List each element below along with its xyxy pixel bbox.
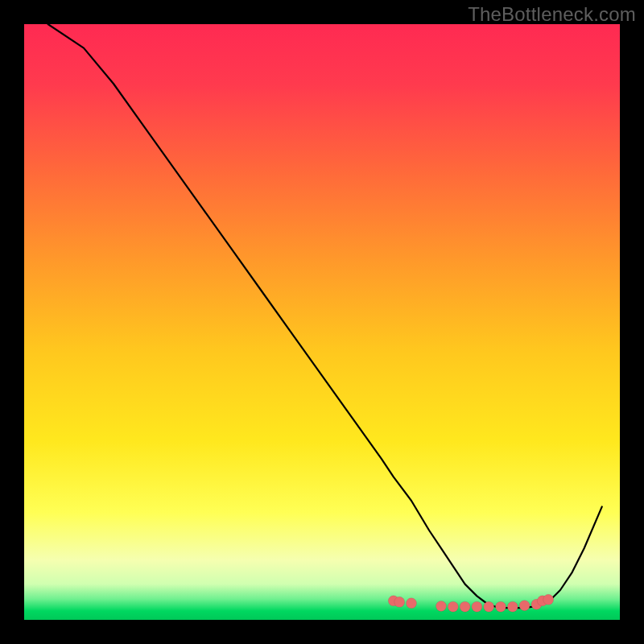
svg-point-9 [496, 601, 506, 612]
svg-point-11 [519, 601, 530, 611]
svg-point-2 [394, 597, 405, 607]
watermark-label: TheBottleneck.com [468, 3, 636, 26]
svg-point-7 [472, 601, 482, 612]
plot-area [24, 24, 620, 620]
svg-point-6 [460, 601, 470, 612]
svg-point-5 [448, 601, 458, 612]
chart-svg [24, 24, 620, 620]
chart-frame: TheBottleneck.com [0, 0, 644, 644]
svg-point-10 [507, 601, 518, 612]
svg-point-3 [407, 598, 417, 609]
svg-rect-0 [24, 24, 620, 620]
svg-point-14 [543, 594, 554, 605]
svg-point-8 [484, 601, 494, 612]
svg-point-4 [436, 601, 447, 611]
